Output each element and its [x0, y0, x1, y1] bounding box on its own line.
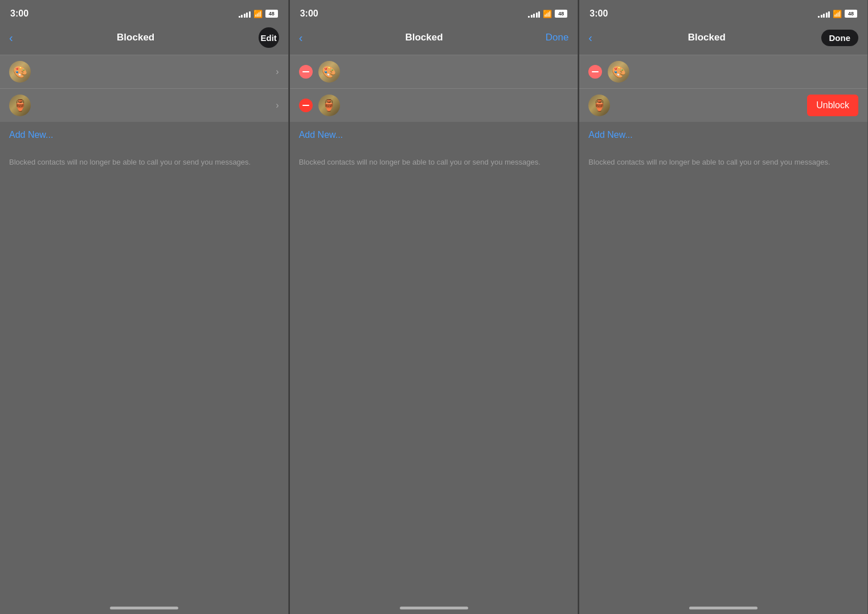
unblock-button[interactable]: Unblock	[807, 95, 858, 116]
done-button-2[interactable]: Done	[546, 32, 569, 43]
contact-list-2	[290, 55, 578, 122]
back-chevron-3: ‹	[588, 32, 592, 43]
chevron-1b: ›	[276, 100, 279, 110]
contact-list-3: Unblock	[579, 55, 867, 122]
nav-bar-1: ‹ Blocked Edit	[0, 25, 288, 55]
contact-item-2b[interactable]	[290, 88, 578, 122]
wifi-icon-3: 📶	[833, 10, 842, 18]
home-indicator-2	[400, 607, 468, 609]
contact-item-3a[interactable]	[579, 55, 867, 88]
done-button-3[interactable]: Done	[821, 30, 859, 46]
battery-icon-2: 48	[555, 10, 567, 18]
nav-bar-2: ‹ Blocked Done	[290, 25, 578, 55]
edit-button-1[interactable]: Edit	[259, 27, 279, 48]
time-1: 3:00	[10, 9, 28, 19]
footer-note-1: Blocked contacts will no longer be able …	[0, 148, 288, 177]
status-bar-3: 3:00 📶 48	[579, 0, 867, 25]
avatar-1b	[9, 95, 31, 116]
contact-item-1b[interactable]: ›	[0, 88, 288, 122]
wifi-icon-2: 📶	[543, 10, 552, 18]
add-new-2[interactable]: Add New...	[290, 122, 578, 148]
nav-title-3: Blocked	[688, 32, 726, 43]
contact-item-1a[interactable]: ›	[0, 55, 288, 88]
status-bar-1: 3:00 📶 48	[0, 0, 288, 25]
status-icons-3: 📶 48	[818, 10, 857, 18]
signal-icon-1	[239, 10, 251, 18]
status-icons-2: 📶 48	[528, 10, 567, 18]
time-2: 3:00	[300, 9, 318, 19]
status-icons-1: 📶 48	[239, 10, 278, 18]
status-bar-2: 3:00 📶 48	[290, 0, 578, 25]
contact-item-3b[interactable]: Unblock	[579, 88, 867, 122]
avatar-2b	[318, 95, 340, 116]
minus-btn-2b[interactable]	[299, 99, 313, 112]
panel-3: 3:00 📶 48 ‹ Blocked Done	[579, 0, 868, 614]
back-button-3[interactable]: ‹	[588, 32, 592, 43]
edit-label-1: Edit	[260, 33, 276, 43]
add-new-3[interactable]: Add New...	[579, 122, 867, 148]
contact-item-2a[interactable]	[290, 55, 578, 88]
panel-2: 3:00 📶 48 ‹ Blocked Done	[290, 0, 579, 614]
footer-note-2: Blocked contacts will no longer be able …	[290, 148, 578, 177]
chevron-1a: ›	[276, 67, 279, 77]
signal-icon-3	[818, 10, 830, 18]
nav-title-1: Blocked	[117, 32, 154, 43]
avatar-2a	[318, 61, 340, 83]
home-indicator-3	[689, 607, 758, 609]
done-label-3: Done	[829, 33, 851, 43]
signal-icon-2	[528, 10, 540, 18]
battery-icon-3: 48	[845, 10, 857, 18]
nav-bar-3: ‹ Blocked Done	[579, 25, 867, 55]
panel-1: 3:00 📶 48 ‹ Blocked Edit ›	[0, 0, 289, 614]
avatar-1a	[9, 61, 31, 83]
battery-icon-1: 48	[265, 10, 278, 18]
add-new-1[interactable]: Add New...	[0, 122, 288, 148]
minus-indicator-3a	[588, 65, 602, 79]
time-3: 3:00	[589, 9, 608, 19]
home-indicator-1	[110, 607, 178, 609]
footer-note-3: Blocked contacts will no longer be able …	[579, 148, 867, 177]
avatar-3a	[608, 61, 629, 83]
nav-title-2: Blocked	[405, 32, 443, 43]
back-chevron-2: ‹	[299, 32, 303, 43]
back-button-1[interactable]: ‹	[9, 32, 13, 43]
minus-btn-2a[interactable]	[299, 65, 313, 79]
back-button-2[interactable]: ‹	[299, 32, 303, 43]
avatar-3b	[588, 95, 610, 116]
back-chevron-1: ‹	[9, 32, 13, 43]
wifi-icon-1: 📶	[253, 10, 263, 18]
contact-list-1: › ›	[0, 55, 288, 122]
